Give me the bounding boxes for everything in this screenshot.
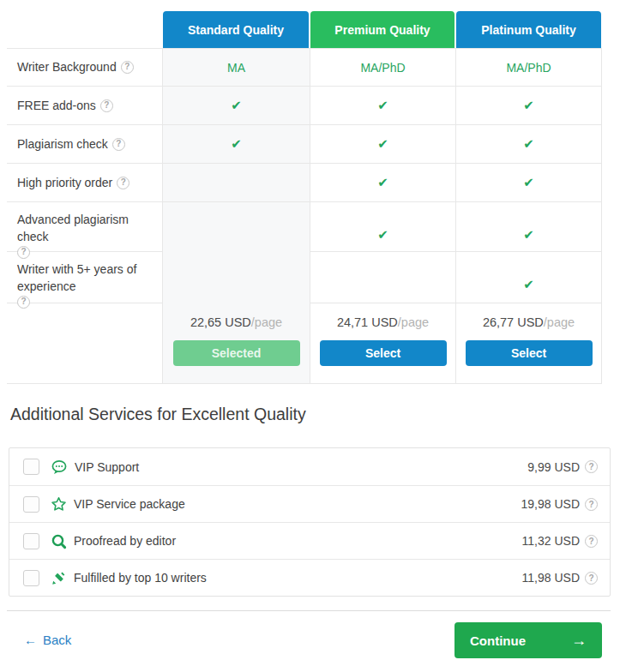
price-unit: /page — [398, 315, 429, 329]
service-label: Fulfilled by top 10 writers — [74, 571, 207, 585]
standard-price-cell: 22,65 USD/page Selected — [162, 303, 310, 383]
price-premium: 24,71 USD/page — [337, 315, 429, 329]
check-icon: ✔ — [523, 277, 534, 292]
check-icon: ✔ — [377, 175, 388, 190]
proofread-checkbox[interactable] — [23, 533, 39, 549]
tab-platinum-quality[interactable]: Platinum Quality — [456, 11, 601, 48]
feature-label: FREE add-ons — [17, 97, 96, 114]
feature-row-free-addons: FREE add-ons? ✔ ✔ ✔ — [7, 86, 602, 124]
check-icon: ✔ — [231, 136, 242, 152]
feature-label: High priority order — [17, 174, 112, 191]
check-icon: ✔ — [523, 175, 534, 190]
price-unit: /page — [544, 315, 575, 329]
order-quality-step: Standard Quality Premium Quality Platinu… — [0, 0, 620, 672]
check-icon: ✔ — [231, 98, 242, 113]
service-label: Proofread by editor — [74, 534, 176, 548]
help-icon[interactable]: ? — [100, 99, 113, 112]
service-price: 9,99 USD — [527, 460, 580, 474]
service-row-top-writers: Fulfilled by top 10 writers 11,98 USD ? — [9, 559, 610, 596]
price-platinum: 26,77 USD/page — [483, 315, 575, 329]
check-icon: ✔ — [523, 136, 534, 152]
table-header-row: Standard Quality Premium Quality Platinu… — [7, 11, 602, 48]
footer-spacer — [7, 303, 162, 383]
select-standard-button[interactable]: Selected — [173, 340, 300, 366]
price-footer-row: 22,65 USD/page Selected 24,71 USD/page S… — [7, 303, 602, 384]
feature-label: Advanced plagiarism check — [17, 211, 146, 246]
help-icon[interactable]: ? — [117, 177, 129, 189]
star-icon — [51, 496, 67, 512]
feature-label: Writer with 5+ years of experience — [17, 261, 146, 296]
help-icon[interactable]: ? — [585, 498, 598, 511]
tab-premium-quality[interactable]: Premium Quality — [310, 11, 454, 48]
vip-support-checkbox[interactable] — [23, 459, 39, 475]
chat-icon — [51, 459, 68, 475]
magnifier-icon — [51, 533, 67, 549]
continue-button[interactable]: Continue → — [454, 622, 602, 658]
help-icon[interactable]: ? — [585, 572, 598, 585]
check-icon: ✔ — [377, 98, 388, 113]
continue-label: Continue — [470, 633, 526, 648]
check-icon: ✔ — [377, 136, 388, 152]
select-platinum-button[interactable]: Select — [466, 340, 593, 366]
header-spacer — [7, 11, 162, 48]
feature-row-writer-background: Writer Background? MA MA/PhD MA/PhD — [7, 48, 602, 86]
check-icon: ✔ — [523, 98, 534, 113]
additional-services-list: VIP Support 9,99 USD ? VIP Service packa… — [9, 447, 611, 597]
top-writers-checkbox[interactable] — [23, 570, 39, 586]
feature-row-experienced-writer: Writer with 5+ years of experience? ✔ — [7, 251, 602, 303]
select-premium-button[interactable]: Select — [320, 340, 447, 366]
service-price: 19,98 USD — [521, 497, 580, 511]
back-label: Back — [43, 633, 71, 647]
help-icon[interactable]: ? — [121, 61, 134, 74]
arrow-right-icon: → — [571, 632, 587, 650]
feature-value: MA — [227, 61, 245, 75]
pencil-icon — [51, 570, 67, 586]
service-label: VIP Support — [75, 460, 139, 474]
price-unit: /page — [251, 315, 282, 329]
service-row-proofread: Proofread by editor 11,32 USD ? — [9, 522, 610, 559]
premium-price-cell: 24,71 USD/page Select — [310, 303, 455, 383]
feature-label: Writer Background — [17, 58, 117, 75]
service-row-vip-support: VIP Support 9,99 USD ? — [9, 448, 610, 485]
feature-row-high-priority: High priority order? ✔ ✔ — [7, 163, 602, 201]
help-icon[interactable]: ? — [112, 138, 125, 151]
check-icon: ✔ — [523, 227, 534, 243]
service-label: VIP Service package — [74, 497, 185, 511]
tab-standard-quality[interactable]: Standard Quality — [163, 11, 309, 48]
footer-divider — [7, 610, 611, 611]
check-icon: ✔ — [377, 227, 388, 243]
help-icon[interactable]: ? — [585, 535, 598, 548]
feature-label: Plagiarism check — [17, 135, 108, 153]
back-link[interactable]: ← Back — [24, 633, 71, 647]
service-row-vip-package: VIP Service package 19,98 USD ? — [9, 485, 610, 522]
feature-row-advanced-plagiarism: Advanced plagiarism check? ✔ ✔ — [7, 201, 602, 251]
feature-row-plagiarism-check: Plagiarism check? ✔ ✔ ✔ — [7, 124, 602, 163]
quality-pricing-table: Standard Quality Premium Quality Platinu… — [7, 11, 602, 384]
vip-package-checkbox[interactable] — [23, 496, 39, 513]
back-arrow-icon: ← — [24, 633, 37, 647]
help-icon[interactable]: ? — [585, 460, 598, 473]
price-standard: 22,65 USD/page — [190, 315, 282, 329]
feature-value: MA/PhD — [506, 61, 551, 75]
additional-services-title: Additional Services for Excellent Qualit… — [10, 405, 306, 424]
platinum-price-cell: 26,77 USD/page Select — [455, 303, 602, 383]
feature-value: MA/PhD — [360, 61, 405, 75]
service-price: 11,98 USD — [522, 571, 580, 585]
service-price: 11,32 USD — [522, 534, 580, 548]
